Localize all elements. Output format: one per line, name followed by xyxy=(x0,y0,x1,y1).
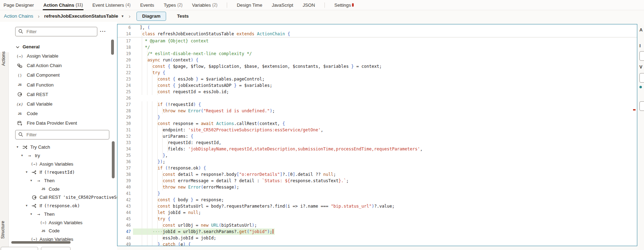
code-line-24[interactable]: 24const { jobExecutionStatusADP } = $var… xyxy=(117,82,637,89)
code-line-42[interactable]: 42const { body } = response; xyxy=(117,197,637,203)
tab-json[interactable]: JSON xyxy=(303,0,315,10)
palette-scrollbar-thumb[interactable] xyxy=(111,40,114,55)
tree-node-try-catch[interactable]: ▼Try Catch xyxy=(9,143,117,151)
code-line-25[interactable]: 25const requestId = essJob.id; xyxy=(117,89,637,95)
palette-item-call-rest[interactable]: Call REST xyxy=(9,90,115,99)
palette-item-label: Call Component xyxy=(27,72,60,78)
code-line-47[interactable]: 47 ····jobId = urlObj?.searchParams?.get… xyxy=(117,228,637,235)
tree-node-try[interactable]: ▼→try xyxy=(9,151,117,160)
structure-filter-input[interactable] xyxy=(15,130,109,139)
palette-overflow-button[interactable]: ··· xyxy=(100,28,106,34)
tree-node-assign-variables[interactable]: (→)Assign Variables xyxy=(9,160,117,168)
tree-expand-caret-icon[interactable]: ▼ xyxy=(29,179,34,182)
code-line-21[interactable]: 21const { $page, $flow, $application, $b… xyxy=(117,63,637,70)
tree-node-assign-variables[interactable]: (→)Assign Variables xyxy=(9,235,117,242)
code-line-18[interactable]: 18*/ xyxy=(117,44,637,50)
code-line-44[interactable]: 44let jobId = null; xyxy=(117,209,637,216)
clipped-bottom-button[interactable] xyxy=(1,247,38,250)
tree-expand-caret-icon[interactable]: ▼ xyxy=(15,145,20,149)
palette-filter-input[interactable] xyxy=(15,27,97,36)
code-line-38[interactable]: 38const detail = response?.body["o:error… xyxy=(117,171,637,178)
tab-variables[interactable]: Variables(2) xyxy=(192,0,217,10)
tree-node-then[interactable]: ▼→Then xyxy=(9,210,117,219)
code-line-33[interactable]: 33requestId: requestId, xyxy=(117,139,637,146)
clipped-input-fragment[interactable] xyxy=(639,51,644,61)
code-line-32[interactable]: 32uriParams: { xyxy=(117,133,637,139)
tree-expand-caret-icon[interactable]: ▼ xyxy=(24,171,29,174)
clipped-input-fragment[interactable] xyxy=(639,73,644,83)
tab-events[interactable]: Events xyxy=(140,0,154,10)
action-chain-name[interactable]: refreshJobExecutionStatusTable xyxy=(44,13,118,19)
tab-types[interactable]: Types(2) xyxy=(164,0,182,10)
code-line-43[interactable]: 43const bipStatusUrl = body?.requestPara… xyxy=(117,203,637,209)
code-line-40[interactable]: 40throw new Error(errorMessage); xyxy=(117,184,637,190)
palette-item-call-action-chain[interactable]: Call Action Chain xyxy=(9,61,115,70)
palette-item-call-component[interactable]: ⟨⟩Call Component xyxy=(9,70,115,80)
chevron-right-icon: › xyxy=(38,13,40,19)
tree-node-then[interactable]: ▼→Then xyxy=(9,177,117,185)
clipped-input-fragment[interactable] xyxy=(639,101,644,111)
code-line-29[interactable]: 29} xyxy=(117,114,637,120)
code-line-28[interactable]: 28throw new Error("Request id is undefin… xyxy=(117,108,637,114)
code-line-46[interactable]: 46const urlObj = new URL(bipStatusUrl); xyxy=(117,222,637,228)
rail-tab-structure[interactable]: Structure xyxy=(0,221,5,239)
code-line-22[interactable]: 22try { xyxy=(117,70,637,76)
tab-count: (11) xyxy=(75,0,83,10)
tab-label: Design Time xyxy=(237,0,262,10)
sticky-code-line-6[interactable]: 6], ( xyxy=(117,24,637,31)
code-line-34[interactable]: 34fields: 'jobDisplayName,requestId,stat… xyxy=(117,146,637,152)
tree-node-call-rest-site-cr502proactivesubs[interactable]: Call REST'site_CR502ProactiveSubs xyxy=(9,193,117,202)
tree-horizontal-scrollbar-thumb[interactable] xyxy=(11,241,71,244)
chevron-down-icon[interactable]: ▼ xyxy=(121,14,124,18)
tree-node-if-requestid[interactable]: ▼If(!requestId) xyxy=(9,168,117,177)
tab-page-designer[interactable]: Page Designer xyxy=(4,0,34,10)
line-number: 23 xyxy=(117,76,131,82)
code-line-30[interactable]: 30const response = await Actions.callRes… xyxy=(117,120,637,127)
sticky-scroll-lines[interactable]: 6], (14class refreshJobExecutionStatusTa… xyxy=(117,24,637,37)
code-line-31[interactable]: 31endpoint: 'site_CR502ProactiveSubscrip… xyxy=(117,127,637,133)
code-text: } xyxy=(137,190,160,197)
indent-whitespace xyxy=(137,63,152,70)
rail-tab-actions[interactable]: Actions xyxy=(1,52,6,66)
code-line-20[interactable]: 20async run(context) { xyxy=(117,57,637,63)
tree-node-code[interactable]: JSCode xyxy=(9,185,117,193)
tree-expand-caret-icon[interactable]: ▼ xyxy=(20,154,24,157)
tree-scrollbar-thumb[interactable] xyxy=(112,141,115,178)
javascript-code-editor[interactable]: 6], (14class refreshJobExecutionStatusTa… xyxy=(117,24,637,246)
tree-expand-caret-icon[interactable]: ▼ xyxy=(24,204,29,207)
palette-section-general[interactable]: General xyxy=(16,43,40,50)
palette-item-call-variable[interactable]: (x)Call Variable xyxy=(9,99,115,109)
code-line-37[interactable]: 37if (!response.ok) { xyxy=(117,165,637,171)
code-line-27[interactable]: 27if (!requestId) { xyxy=(117,101,637,108)
clipped-bottom-button[interactable] xyxy=(41,247,71,250)
tab-action-chains[interactable]: Action Chains(11) xyxy=(43,0,83,10)
tab-design-time[interactable]: Design Time xyxy=(237,0,262,10)
tab-settings[interactable]: Settings xyxy=(334,0,354,10)
code-line-41[interactable]: 41} xyxy=(117,190,637,197)
palette-item-call-function[interactable]: JSCall Function xyxy=(9,80,115,90)
view-tab-tests[interactable]: Tests xyxy=(172,12,194,21)
code-line-19[interactable]: 19/* eslint-disable-next-line complexity… xyxy=(117,50,637,57)
tab-event-listeners[interactable]: Event Listeners(4) xyxy=(92,0,130,10)
palette-item-assign-variable[interactable]: (→)Assign Variable xyxy=(9,51,115,61)
code-line-17[interactable]: 17* @param {Object} context xyxy=(117,38,637,44)
palette-item-fire-data-provider-event[interactable]: Fire Data Provider Event xyxy=(9,118,115,128)
breadcrumb-action-chains-link[interactable]: Action Chains xyxy=(4,13,33,19)
code-line-23[interactable]: 23const { essJob } = $variables.pageCont… xyxy=(117,76,637,82)
sticky-code-line-14[interactable]: 14class refreshJobExecutionStatusTable e… xyxy=(117,31,637,37)
tab-javascript[interactable]: JavaScript xyxy=(272,0,293,10)
view-tab-diagram[interactable]: Diagram xyxy=(136,12,166,21)
tree-node-code[interactable]: JSCode xyxy=(9,227,117,235)
tree-node-assign-variables[interactable]: (→)Assign Variables xyxy=(9,218,117,227)
chevron-down-icon xyxy=(16,43,19,50)
code-line-35[interactable]: 35}, xyxy=(117,152,637,159)
tree-expand-caret-icon[interactable]: ▼ xyxy=(29,213,34,216)
tree-node-if-response-ok[interactable]: ▼If(!response.ok) xyxy=(9,202,117,210)
palette-item-code[interactable]: JSCode xyxy=(9,109,115,118)
code-line-36[interactable]: 36}); xyxy=(117,159,637,165)
code-line-39[interactable]: 39const errorMessage = detail ? detail :… xyxy=(117,178,637,184)
code-line-45[interactable]: 45try { xyxy=(117,216,637,222)
code-line-26[interactable]: 26 xyxy=(117,95,637,101)
code-line-48[interactable]: 48essJob.jobId = jobId; xyxy=(117,235,637,241)
code-line-49[interactable]: 49} catch (e) { xyxy=(117,241,637,246)
